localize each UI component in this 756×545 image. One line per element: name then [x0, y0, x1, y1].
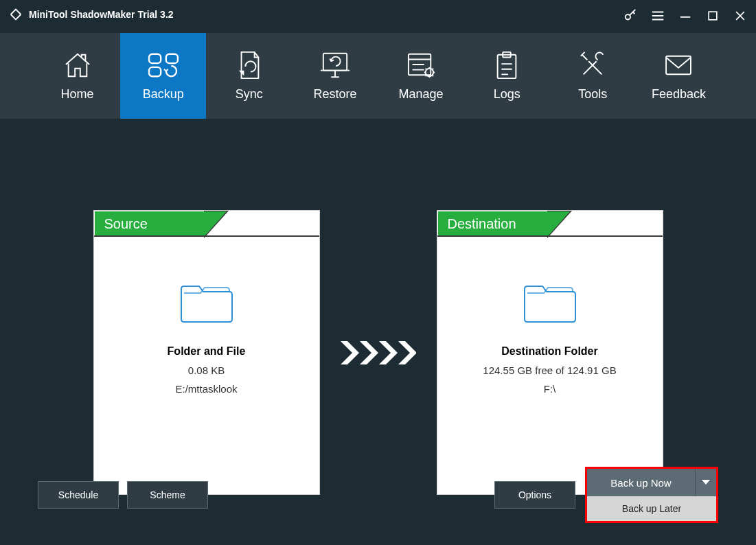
svg-rect-5 [323, 54, 347, 71]
backup-dropdown-button[interactable] [696, 469, 716, 496]
home-icon [62, 50, 93, 80]
destination-title: Destination Folder [437, 345, 663, 358]
button-label: Schedule [58, 489, 98, 500]
menu-icon[interactable] [650, 8, 665, 23]
nav-manage[interactable]: Manage [378, 33, 464, 119]
button-label: Back up Now [610, 477, 671, 489]
sync-icon [237, 50, 262, 80]
restore-icon [319, 50, 351, 80]
folder-icon [437, 278, 663, 326]
button-label: Scheme [150, 489, 185, 500]
source-size: 0.08 KB [94, 364, 319, 376]
app-title: MiniTool ShadowMaker Trial 3.2 [29, 9, 174, 20]
svg-rect-3 [165, 54, 177, 63]
svg-rect-4 [149, 67, 161, 76]
nav-label: Backup [143, 87, 184, 102]
nav-restore[interactable]: Restore [292, 33, 378, 119]
svg-rect-2 [149, 54, 161, 63]
destination-free: 124.55 GB free of 124.91 GB [437, 364, 663, 376]
nav-label: Feedback [652, 87, 706, 102]
nav-label: Tools [578, 87, 607, 102]
nav-label: Logs [494, 87, 520, 102]
nav-label: Sync [236, 87, 263, 102]
destination-path: F:\ [437, 383, 663, 395]
arrows-icon [341, 339, 416, 367]
bottom-bar: Schedule Scheme Options Back up Now Back… [0, 467, 756, 523]
svg-rect-1 [709, 12, 717, 20]
nav-label: Restore [313, 87, 356, 102]
options-button[interactable]: Options [494, 481, 575, 509]
svg-point-0 [626, 14, 630, 19]
chevron-down-icon [702, 480, 710, 485]
source-title: Folder and File [94, 345, 319, 358]
source-card[interactable]: Source Folder and File 0.08 KB E:/mttask… [93, 210, 320, 495]
manage-icon [406, 50, 436, 80]
close-icon[interactable] [733, 8, 748, 23]
nav-logs[interactable]: Logs [464, 33, 550, 119]
key-icon[interactable] [623, 8, 638, 23]
folder-icon [94, 278, 319, 326]
destination-tab-label: Destination [438, 211, 548, 236]
source-path: E:/mttasklook [94, 383, 319, 395]
backup-later-button[interactable]: Back up Later [587, 496, 716, 521]
destination-card[interactable]: Destination Destination Folder 124.55 GB… [437, 210, 663, 495]
logs-icon [494, 50, 519, 80]
button-label: Options [518, 489, 551, 500]
source-tab-label: Source [95, 211, 205, 236]
app-logo-icon [8, 7, 23, 22]
tools-icon [578, 50, 607, 80]
schedule-button[interactable]: Schedule [38, 481, 119, 509]
backup-icon [146, 50, 181, 80]
title-bar: MiniTool ShadowMaker Trial 3.2 [0, 0, 756, 33]
nav-feedback[interactable]: Feedback [636, 33, 722, 119]
maximize-icon[interactable] [705, 8, 720, 23]
nav-home[interactable]: Home [34, 33, 120, 119]
nav-tools[interactable]: Tools [550, 33, 636, 119]
nav-sync[interactable]: Sync [206, 33, 292, 119]
minimize-icon[interactable] [678, 8, 693, 23]
button-label: Back up Later [622, 503, 681, 514]
backup-now-button[interactable]: Back up Now [587, 469, 696, 496]
svg-rect-10 [666, 56, 691, 74]
scheme-button[interactable]: Scheme [127, 481, 208, 509]
feedback-icon [663, 50, 694, 80]
backup-button-group: Back up Now Back up Later [585, 467, 718, 523]
nav-label: Home [61, 87, 94, 102]
nav-label: Manage [399, 87, 444, 102]
main-nav: Home Backup Sync [0, 33, 756, 119]
nav-backup[interactable]: Backup [120, 33, 206, 119]
